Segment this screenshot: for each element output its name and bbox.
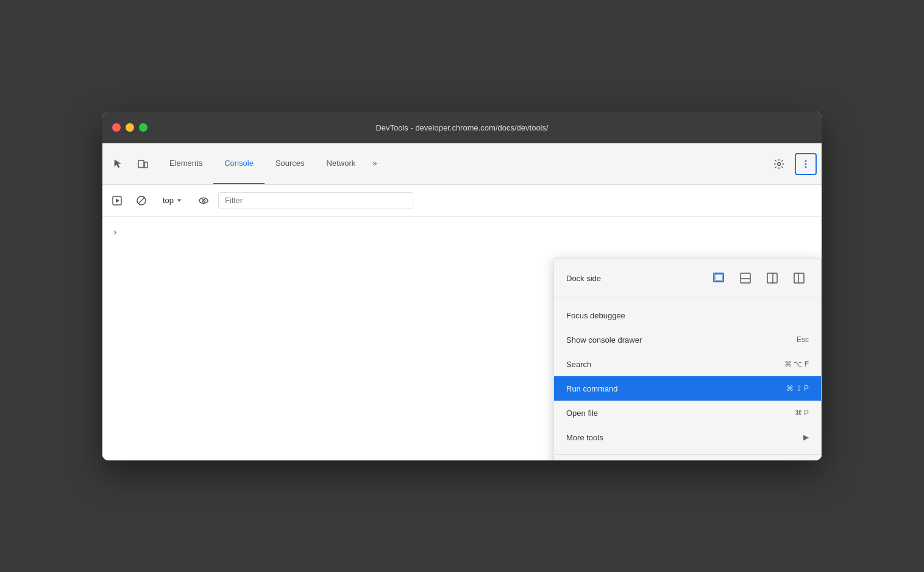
dock-right-button[interactable] bbox=[762, 268, 782, 288]
dock-side-label: Dock side bbox=[566, 274, 699, 283]
context-selector[interactable]: top bbox=[156, 192, 189, 209]
tab-icon-group bbox=[107, 143, 154, 184]
dock-side-section: Dock side bbox=[554, 259, 821, 298]
live-expressions-button[interactable] bbox=[194, 191, 213, 210]
console-toolbar: top bbox=[102, 185, 822, 216]
menu-section-2: Shortcuts Help ▶ bbox=[554, 455, 821, 460]
console-prompt: › bbox=[112, 226, 118, 238]
menu-item-more-tools[interactable]: More tools ▶ bbox=[554, 425, 821, 449]
svg-rect-20 bbox=[767, 273, 777, 283]
dock-icons bbox=[709, 268, 809, 288]
console-area: › Dock side bbox=[102, 216, 822, 460]
tab-elements[interactable]: Elements bbox=[158, 143, 213, 184]
menu-item-shortcuts[interactable]: Shortcuts bbox=[554, 460, 821, 460]
svg-rect-22 bbox=[794, 273, 804, 283]
inspect-element-button[interactable] bbox=[107, 153, 129, 175]
svg-marker-8 bbox=[116, 198, 119, 202]
dock-bottom-button[interactable] bbox=[736, 268, 755, 288]
shortcut-search: ⌘ ⌥ F bbox=[784, 360, 809, 368]
shortcut-run-command: ⌘ ⇧ P bbox=[786, 384, 809, 393]
tab-network[interactable]: Network bbox=[316, 143, 367, 184]
tabs-right-controls bbox=[768, 143, 817, 184]
more-tools-arrow-icon: ▶ bbox=[803, 433, 809, 442]
shortcut-open-file: ⌘ P bbox=[795, 409, 809, 417]
run-script-button[interactable] bbox=[107, 191, 127, 210]
svg-point-14 bbox=[203, 200, 204, 201]
svg-rect-1 bbox=[144, 162, 147, 168]
tab-sources[interactable]: Sources bbox=[265, 143, 316, 184]
more-tabs-button[interactable]: » bbox=[366, 143, 383, 184]
maximize-button[interactable] bbox=[139, 123, 147, 132]
menu-item-search[interactable]: Search ⌘ ⌥ F bbox=[554, 352, 821, 376]
svg-point-4 bbox=[805, 160, 807, 162]
settings-button[interactable] bbox=[768, 153, 790, 175]
svg-point-3 bbox=[778, 162, 781, 165]
shortcut-show-console-drawer: Esc bbox=[797, 335, 809, 344]
menu-item-open-file[interactable]: Open file ⌘ P bbox=[554, 401, 821, 425]
svg-line-10 bbox=[138, 197, 145, 204]
dock-separate-window-button[interactable] bbox=[709, 268, 728, 288]
svg-point-6 bbox=[805, 166, 807, 168]
tabs-bar: Elements Console Sources Network » bbox=[102, 143, 822, 185]
traffic-lights bbox=[112, 123, 147, 132]
titlebar: DevTools - developer.chrome.com/docs/dev… bbox=[102, 112, 822, 143]
clear-console-button[interactable] bbox=[132, 191, 151, 210]
customize-menu: Dock side bbox=[553, 258, 822, 460]
minimize-button[interactable] bbox=[126, 123, 134, 132]
menu-section-1: Focus debuggee Show console drawer Esc S… bbox=[554, 298, 821, 455]
svg-rect-18 bbox=[741, 273, 750, 283]
menu-item-focus-debuggee[interactable]: Focus debuggee bbox=[554, 303, 821, 327]
svg-marker-11 bbox=[177, 199, 181, 202]
devtools-window: DevTools - developer.chrome.com/docs/dev… bbox=[102, 112, 822, 460]
tab-console[interactable]: Console bbox=[213, 143, 265, 184]
filter-input[interactable] bbox=[218, 192, 413, 209]
device-toolbar-button[interactable] bbox=[132, 153, 154, 175]
menu-item-run-command[interactable]: Run command ⌘ ⇧ P bbox=[554, 376, 821, 401]
devtools-body: Elements Console Sources Network » bbox=[102, 143, 822, 460]
svg-point-5 bbox=[805, 163, 807, 165]
customize-devtools-button[interactable] bbox=[795, 153, 817, 175]
close-button[interactable] bbox=[112, 123, 121, 132]
svg-point-2 bbox=[141, 166, 142, 167]
window-title: DevTools - developer.chrome.com/docs/dev… bbox=[375, 123, 548, 132]
menu-item-show-console-drawer[interactable]: Show console drawer Esc bbox=[554, 327, 821, 352]
svg-rect-17 bbox=[715, 274, 722, 281]
dock-left-button[interactable] bbox=[789, 268, 809, 288]
